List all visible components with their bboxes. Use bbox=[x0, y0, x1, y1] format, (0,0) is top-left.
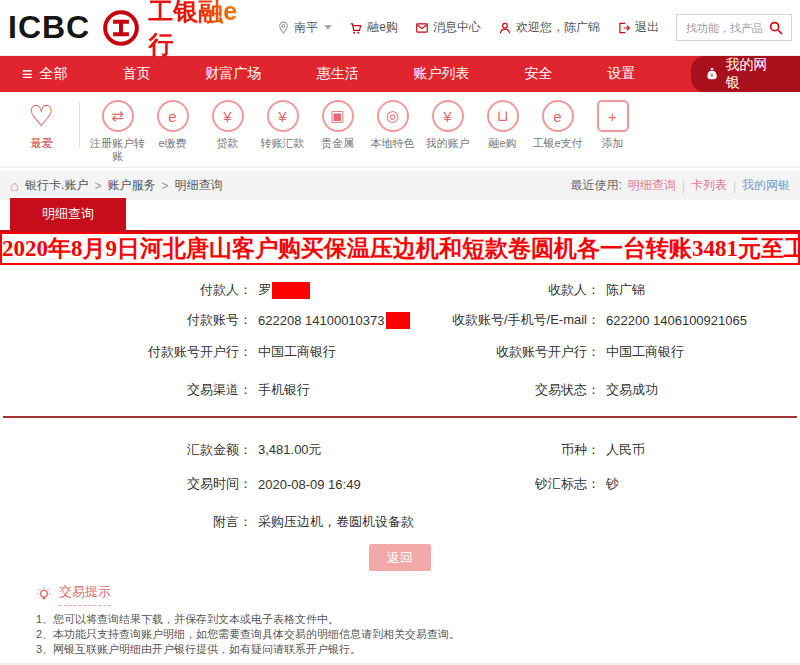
quicklink-local-features[interactable]: ◎ 本地特色 bbox=[365, 100, 420, 150]
payee-label: 收款人： bbox=[438, 281, 606, 299]
row-banks: 付款账号开户行： 中国工商银行 收款账号开户行： 中国工商银行 bbox=[0, 340, 800, 364]
row-channel-status: 交易渠道： 手机银行 交易状态： 交易成功 bbox=[0, 378, 800, 402]
row-memo: 附言： 采购压边机，卷圆机设备款 bbox=[0, 510, 800, 534]
tip-line: 3、网银互联账户明细由开户银行提供，如有疑问请联系开户银行。 bbox=[36, 642, 800, 657]
cart-label: 融e购 bbox=[367, 19, 398, 36]
location-selector[interactable]: 南平 bbox=[277, 19, 332, 36]
quicklink-rong-e-gou[interactable]: ⊔ 融e购 bbox=[475, 100, 530, 150]
logout-label: 退出 bbox=[635, 19, 659, 36]
quicklink-add[interactable]: + 添加 bbox=[585, 100, 640, 150]
payee-account-value: 622200 1406100921065 bbox=[606, 313, 800, 328]
quicklink-transfer-remit[interactable]: ¥ 转账汇款 bbox=[255, 100, 310, 150]
nav-item-settings[interactable]: 设置 bbox=[608, 65, 636, 83]
svg-text:¥: ¥ bbox=[710, 72, 713, 78]
memo-value: 采购压边机，卷圆机设备款 bbox=[258, 513, 800, 531]
gold-bars-icon: ▣ bbox=[322, 100, 354, 132]
location-pin-icon bbox=[277, 21, 290, 34]
quicklink-icbc-epay[interactable]: e 工银e支付 bbox=[530, 100, 585, 150]
recent-link-detail-query[interactable]: 明细查询 bbox=[628, 177, 676, 194]
add-icon: + bbox=[597, 100, 629, 132]
pipe-separator: | bbox=[682, 179, 685, 193]
loan-bag-icon: ¥ bbox=[212, 100, 244, 132]
quicklink-my-account[interactable]: ¥ 我的账户 bbox=[420, 100, 475, 150]
icbc-logo-icon bbox=[102, 9, 140, 47]
payee-account-label: 收款账号/手机号/E-mail： bbox=[438, 311, 606, 329]
messages-link[interactable]: 消息中心 bbox=[415, 19, 481, 36]
tab-detail-query[interactable]: 明细查询 bbox=[10, 198, 126, 230]
bulb-icon bbox=[36, 587, 52, 603]
row-amount-currency: 汇款金额： 3,481.00元 币种： 人民币 bbox=[0, 438, 800, 462]
cart-link[interactable]: 融e购 bbox=[349, 19, 398, 36]
memo-label: 附言： bbox=[0, 513, 258, 531]
nav-item-wealth-plaza[interactable]: 财富广场 bbox=[206, 65, 262, 83]
search-icon[interactable] bbox=[768, 20, 784, 36]
currency-label: 币种： bbox=[438, 441, 606, 459]
logout-icon bbox=[617, 21, 631, 35]
messages-label: 消息中心 bbox=[433, 19, 481, 36]
redaction-box bbox=[386, 312, 410, 329]
shopping-cart-icon bbox=[349, 21, 363, 35]
quicklink-loan[interactable]: ¥ 贷款 bbox=[200, 100, 255, 150]
quicklink-favorites[interactable]: ♡ 最爱 bbox=[14, 100, 69, 150]
mybank-button[interactable]: ¥ 我的网银 bbox=[691, 56, 800, 92]
icbc-logo-text: ICBC bbox=[8, 9, 90, 46]
tip-line: 1、您可以将查询结果下载，并保存到文本或电子表格文件中。 bbox=[36, 612, 800, 627]
quicklink-epayment[interactable]: e e缴费 bbox=[145, 100, 200, 150]
row-payer-payee: 付款人： 罗 收款人： 陈广锦 bbox=[0, 278, 800, 302]
annotation-banner: 2020年8月9日河北唐山客户购买保温压边机和短款卷圆机各一台转账3481元至工… bbox=[0, 232, 800, 265]
amount-label: 汇款金额： bbox=[0, 441, 258, 459]
cash-flag-value: 钞 bbox=[606, 475, 800, 493]
recent-link-card-list[interactable]: 卡列表 bbox=[691, 177, 727, 194]
breadcrumb-account-services[interactable]: 账户服务 bbox=[107, 177, 155, 194]
money-bag-icon: ¥ bbox=[705, 67, 719, 81]
top-header: ICBC 工银融e行 南平 融e购 消息中心 欢迎您，陈广锦 退出 bbox=[0, 0, 800, 56]
welcome-label: 欢迎您，陈广锦 bbox=[516, 19, 600, 36]
back-button[interactable]: 返回 bbox=[369, 544, 431, 571]
payer-bank-value: 中国工商银行 bbox=[258, 343, 438, 361]
channel-label: 交易渠道： bbox=[0, 381, 258, 399]
tip-lines: 1、您可以将查询结果下载，并保存到文本或电子表格文件中。 2、本功能只支持查询账… bbox=[36, 612, 800, 657]
welcome-user[interactable]: 欢迎您，陈广锦 bbox=[498, 19, 600, 36]
epay-card-icon: e bbox=[542, 100, 574, 132]
logout-link[interactable]: 退出 bbox=[617, 19, 659, 36]
brand-name: 工银融e行 bbox=[148, 0, 255, 61]
currency-value: 人民币 bbox=[606, 441, 800, 459]
breadcrumb: ⌂ 银行卡.账户 > 账户服务 > 明细查询 最近使用: 明细查询 | 卡列表 … bbox=[0, 171, 800, 200]
breadcrumb-home[interactable]: 银行卡.账户 bbox=[25, 177, 88, 194]
payer-value: 罗 bbox=[258, 281, 438, 299]
cart-basket-icon: ⊔ bbox=[487, 100, 519, 132]
status-value: 交易成功 bbox=[606, 381, 800, 399]
time-value: 2020-08-09 16:49 bbox=[258, 477, 438, 492]
redaction-box bbox=[272, 282, 310, 299]
payee-value: 陈广锦 bbox=[606, 281, 800, 299]
tab-row: 明细查询 bbox=[0, 200, 800, 232]
payee-bank-value: 中国工商银行 bbox=[606, 343, 800, 361]
nav-item-life[interactable]: 惠生活 bbox=[317, 65, 359, 83]
transfer-remit-icon: ¥ bbox=[267, 100, 299, 132]
nav-item-all[interactable]: ≡ 全部 bbox=[22, 65, 68, 83]
local-features-icon: ◎ bbox=[377, 100, 409, 132]
nav-item-account-list[interactable]: 账户列表 bbox=[414, 65, 470, 83]
nav-item-home[interactable]: 首页 bbox=[123, 65, 151, 83]
channel-value: 手机银行 bbox=[258, 381, 438, 399]
quicklink-register-transfer[interactable]: ⇄ 注册账户转账 bbox=[90, 100, 145, 163]
nav-item-security[interactable]: 安全 bbox=[525, 65, 553, 83]
recent-link-mybank[interactable]: 我的网银 bbox=[742, 177, 790, 194]
quick-links-bar: ♡ 最爱 ⇄ 注册账户转账 e e缴费 ¥ 贷款 ¥ 转账汇款 ▣ 贵金属 ◎ … bbox=[0, 92, 800, 168]
amount-value: 3,481.00元 bbox=[258, 441, 438, 459]
main-nav: ≡ 全部 首页 财富广场 惠生活 账户列表 安全 设置 ¥ 我的网银 bbox=[0, 56, 800, 92]
location-label: 南平 bbox=[294, 19, 318, 36]
chevron-down-icon bbox=[324, 25, 332, 30]
breadcrumb-separator: > bbox=[94, 179, 101, 193]
status-label: 交易状态： bbox=[438, 381, 606, 399]
menu-icon: ≡ bbox=[22, 65, 33, 83]
transaction-detail-panel: 付款人： 罗 收款人： 陈广锦 付款账号： 622208 14100010373… bbox=[0, 265, 800, 571]
cash-flag-label: 钞汇标志： bbox=[438, 475, 606, 493]
quicklink-precious-metal[interactable]: ▣ 贵金属 bbox=[310, 100, 365, 150]
transfer-cycle-icon: ⇄ bbox=[102, 100, 134, 132]
time-label: 交易时间： bbox=[0, 475, 258, 493]
home-icon: ⌂ bbox=[10, 178, 19, 193]
account-search-icon: ¥ bbox=[432, 100, 464, 132]
search-input[interactable] bbox=[684, 21, 768, 35]
recent-used-label: 最近使用: bbox=[570, 177, 621, 194]
